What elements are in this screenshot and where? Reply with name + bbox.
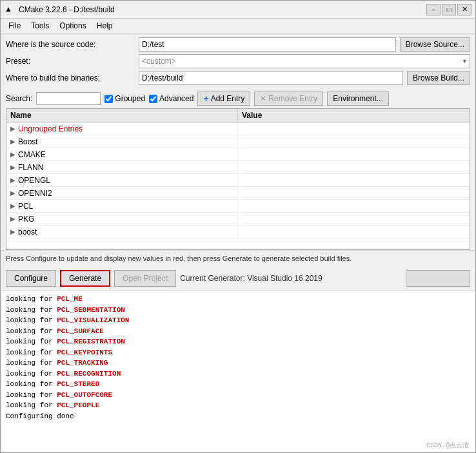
preset-label: Preset:	[6, 57, 135, 66]
row-name-text: Ungrouped Entries	[18, 124, 83, 133]
log-line: looking for PCL_ME	[6, 294, 470, 305]
expand-icon: ▶	[10, 125, 15, 132]
log-line: Configuring done	[6, 411, 470, 422]
grouped-checkbox-label[interactable]: Grouped	[104, 94, 145, 103]
log-highlight: PCL_SEGMENTATION	[57, 306, 125, 314]
table-row[interactable]: ▶ FLANN	[6, 161, 470, 174]
configure-button[interactable]: Configure	[6, 270, 56, 287]
table-row[interactable]: ▶ PCL	[6, 200, 470, 213]
table-row[interactable]: ▶ OPENNI2	[6, 187, 470, 200]
row-value-text	[238, 226, 470, 238]
preset-row: Preset: <custom> ▼	[6, 54, 470, 68]
entries-table: Name Value ▶ Ungrouped Entries ▶ Boost ▶…	[6, 108, 470, 250]
row-name-text: Boost	[18, 137, 38, 146]
row-name-text: boost	[18, 227, 37, 236]
menu-file[interactable]: File	[3, 20, 26, 32]
row-value-text	[238, 174, 470, 186]
status-text: Press Configure to update and display ne…	[6, 255, 352, 262]
source-input[interactable]	[139, 37, 396, 52]
row-name-text: PKG	[18, 215, 34, 224]
generate-button[interactable]: Generate	[60, 270, 110, 287]
add-icon: +	[203, 93, 208, 104]
log-line: looking for PCL_SURFACE	[6, 326, 470, 337]
row-value-text	[238, 135, 470, 148]
table-row[interactable]: ▶ boost	[6, 226, 470, 238]
log-line: looking for PCL_OUTOFCORE	[6, 390, 470, 401]
log-highlight: PCL_VISUALIZATION	[57, 316, 129, 324]
environment-button[interactable]: Environment...	[327, 92, 388, 106]
table-row[interactable]: ▶ PKG	[6, 213, 470, 226]
row-name-text: OPENGL	[18, 176, 50, 185]
window-title: CMake 3.22.6 - D:/test/build	[19, 5, 115, 14]
status-bar: Press Configure to update and display ne…	[1, 250, 475, 266]
row-value-text	[238, 200, 470, 212]
preset-select[interactable]: <custom>	[139, 54, 470, 68]
table-row[interactable]: ▶ Boost	[6, 135, 470, 148]
row-value-text	[238, 122, 470, 135]
add-entry-button[interactable]: + Add Entry	[197, 92, 250, 106]
app-icon: ▲	[5, 5, 15, 15]
log-highlight: PCL_KEYPOINTS	[57, 349, 112, 356]
log-line: looking for PCL_PEOPLE	[6, 400, 470, 411]
log-line: looking for PCL_RECOGNITION	[6, 369, 470, 380]
maximize-button[interactable]: □	[442, 4, 456, 15]
table-header: Name Value	[6, 109, 470, 122]
search-label: Search:	[6, 94, 32, 103]
action-bar: Configure Generate Open Project Current …	[1, 266, 475, 291]
row-name-text: PCL	[18, 202, 33, 211]
row-name-text: OPENNI2	[18, 189, 52, 198]
expand-icon: ▶	[10, 177, 15, 184]
remove-icon: ✕	[260, 94, 266, 103]
extra-button[interactable]	[406, 270, 470, 287]
col-header-value: Value	[238, 109, 470, 122]
log-line: looking for PCL_SEGMENTATION	[6, 305, 470, 316]
table-row[interactable]: ▶ OPENGL	[6, 174, 470, 187]
menu-options[interactable]: Options	[54, 20, 91, 32]
log-highlight: PCL_REGISTRATION	[57, 338, 125, 345]
main-window: ▲ CMake 3.22.6 - D:/test/build − □ ✕ Fil…	[0, 0, 476, 453]
log-highlight: PCL_PEOPLE	[57, 401, 99, 409]
log-highlight: PCL_OUTOFCORE	[57, 391, 112, 399]
expand-icon: ▶	[10, 228, 15, 235]
expand-icon: ▶	[10, 215, 15, 222]
log-highlight: PCL_SURFACE	[57, 327, 104, 335]
row-value-text	[238, 148, 470, 160]
title-controls: − □ ✕	[426, 4, 471, 15]
source-row: Where is the source code: Browse Source.…	[6, 37, 470, 52]
table-row[interactable]: ▶ Ungrouped Entries	[6, 122, 470, 135]
advanced-checkbox-label[interactable]: Advanced	[149, 94, 193, 103]
expand-icon: ▶	[10, 202, 15, 209]
row-name-text: FLANN	[18, 163, 43, 172]
expand-icon: ▶	[10, 189, 15, 197]
browse-source-button[interactable]: Browse Source...	[400, 37, 470, 52]
browse-build-button[interactable]: Browse Build...	[407, 71, 470, 85]
build-label: Where to build the binaries:	[6, 73, 135, 82]
title-bar-left: ▲ CMake 3.22.6 - D:/test/build	[5, 5, 115, 15]
open-project-button[interactable]: Open Project	[114, 270, 176, 287]
source-label: Where is the source code:	[6, 40, 135, 49]
log-area[interactable]: looking for PCL_ME looking for PCL_SEGME…	[1, 291, 475, 452]
remove-entry-button[interactable]: ✕ Remove Entry	[254, 92, 323, 106]
table-row[interactable]: ▶ CMAKE	[6, 148, 470, 161]
col-header-name: Name	[6, 109, 238, 122]
generator-text: Current Generator: Visual Studio 16 2019	[180, 274, 322, 283]
row-name-text: CMAKE	[18, 150, 46, 159]
advanced-checkbox[interactable]	[149, 95, 157, 103]
preset-select-wrapper: <custom> ▼	[139, 54, 470, 68]
search-input[interactable]	[36, 92, 101, 105]
minimize-button[interactable]: −	[426, 4, 441, 15]
menu-tools[interactable]: Tools	[26, 20, 54, 32]
log-highlight: PCL_RECOGNITION	[57, 370, 121, 378]
row-value-text	[238, 161, 470, 173]
log-line: looking for PCL_TRACKING	[6, 358, 470, 369]
log-line: looking for PCL_REGISTRATION	[6, 336, 470, 347]
grouped-label: Grouped	[115, 94, 145, 103]
close-button[interactable]: ✕	[457, 4, 471, 15]
grouped-checkbox[interactable]	[104, 95, 113, 103]
build-select[interactable]: D:/test/build	[139, 71, 403, 85]
build-path-wrapper: D:/test/build	[139, 71, 403, 85]
menu-help[interactable]: Help	[92, 20, 118, 32]
log-highlight: PCL_STEREO	[57, 380, 99, 388]
log-line: looking for PCL_VISUALIZATION	[6, 315, 470, 326]
expand-icon: ▶	[10, 138, 15, 145]
